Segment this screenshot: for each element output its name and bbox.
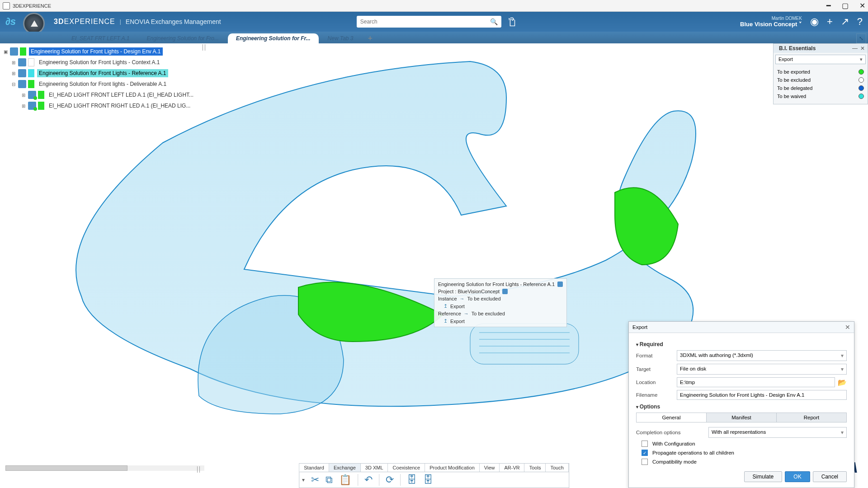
compat-checkbox[interactable]	[642, 459, 648, 465]
option-tab-general[interactable]: General	[637, 413, 707, 422]
tab-3[interactable]: New Tab 3	[320, 33, 362, 43]
main-viewport[interactable]: ▣ Engineering Solution for Front Lights …	[0, 43, 868, 488]
target-label: Target	[636, 366, 677, 372]
status-indicator	[38, 102, 44, 110]
filename-field[interactable]: Engineering Solution for Front Lights - …	[677, 390, 847, 400]
close-panel-icon[interactable]: ✕	[860, 45, 865, 52]
undo-icon[interactable]: ↶	[364, 474, 373, 486]
browse-folder-icon[interactable]: 📂	[838, 378, 847, 387]
section-required[interactable]: Required	[636, 341, 847, 347]
simulate-button[interactable]: Simulate	[744, 471, 783, 482]
export-link[interactable]: Export	[450, 319, 465, 324]
search-box[interactable]: 🔍	[357, 16, 501, 28]
status-indicator	[38, 91, 44, 99]
tab-add-button[interactable]: +	[363, 34, 378, 43]
tree-label[interactable]: Engineering Solution for Front lights - …	[37, 80, 168, 88]
compass-button[interactable]	[23, 13, 45, 34]
toolbar-tab-touch[interactable]: Touch	[546, 464, 568, 472]
toolbar-tab-tools[interactable]: Tools	[525, 464, 546, 472]
toolbar-tab-exchange[interactable]: Exchange	[329, 464, 361, 472]
cancel-button[interactable]: Cancel	[813, 471, 847, 482]
search-input[interactable]	[360, 19, 490, 25]
toolbar-tab-view[interactable]: View	[480, 464, 500, 472]
refresh-icon[interactable]: ⟳	[386, 474, 394, 486]
format-combo[interactable]: 3DXML with authoring (*.3dxml)▾	[677, 350, 847, 361]
node-icon	[28, 91, 36, 99]
share-icon[interactable]: ↗	[841, 16, 849, 28]
bi-mode-combo[interactable]: Export▾	[775, 55, 866, 64]
feature-tree[interactable]: ▣ Engineering Solution for Front Lights …	[3, 46, 202, 111]
export-icon[interactable]: ↥	[443, 318, 448, 324]
selection-annotation: Engineering Solution for Front Lights - …	[434, 278, 567, 327]
maximize-button[interactable]: ▢	[842, 1, 849, 10]
tree-row[interactable]: ⊞ Engineering Solution for Front Lights …	[3, 68, 202, 79]
tree-label[interactable]: EI_HEAD LIGHT FRONT RIGHT LED A.1 (EI_HE…	[47, 102, 192, 110]
expander-icon[interactable]: ⊞	[11, 71, 16, 76]
legend-dot-icon	[859, 85, 864, 91]
legend-row: To be excluded	[777, 76, 864, 84]
tag-icon[interactable]: 🏷	[506, 17, 518, 27]
tree-label[interactable]: Engineering Solution for Front Lights - …	[29, 47, 163, 56]
location-field[interactable]: E:\tmp	[677, 377, 835, 387]
toolbar-tab-3dxml[interactable]: 3D XML	[361, 464, 388, 472]
menu-caret-icon[interactable]: ▾	[302, 477, 305, 483]
paste-icon[interactable]: 📋	[339, 474, 351, 486]
toolbar-tab-coexistence[interactable]: Coexistence	[388, 464, 425, 472]
option-tab-report[interactable]: Report	[777, 413, 846, 422]
toolbar-tab-standard[interactable]: Standard	[299, 464, 329, 472]
toolbar-tab-arvr[interactable]: AR-VR	[500, 464, 524, 472]
cube-icon	[557, 282, 563, 287]
compat-label: Compatibility mode	[652, 459, 697, 465]
expander-icon[interactable]: ⊞	[21, 103, 26, 108]
user-icon[interactable]: ◉	[810, 16, 819, 28]
tree-label[interactable]: Engineering Solution for Front Lights - …	[37, 69, 168, 77]
expand-icon[interactable]: ⤡	[856, 33, 866, 43]
product-name: 3DEXPERIENCE	[54, 18, 115, 26]
close-button[interactable]: ✕	[859, 1, 865, 10]
with-config-checkbox[interactable]	[642, 441, 648, 447]
minimize-button[interactable]: ━	[826, 1, 831, 10]
export-icon[interactable]: ↥	[443, 303, 448, 309]
export-dialog: Export ✕ Required Format 3DXML with auth…	[628, 321, 854, 488]
minimize-panel-icon[interactable]: —	[852, 45, 858, 52]
tree-row[interactable]: ▣ Engineering Solution for Front Lights …	[3, 46, 202, 57]
splitter-handle[interactable]	[197, 466, 200, 473]
expander-icon[interactable]: ▣	[3, 49, 8, 54]
tree-row[interactable]: ⊞ EI_HEAD LIGHT FRONT RIGHT LED A.1 (EI_…	[3, 100, 202, 111]
column-resize-handle[interactable]	[203, 44, 205, 51]
tree-row[interactable]: ⊟ Engineering Solution for Front lights …	[3, 79, 202, 89]
copy-icon[interactable]: ⧉	[326, 474, 333, 486]
with-config-label: With Configuration	[652, 441, 695, 446]
dialog-close-button[interactable]: ✕	[845, 324, 850, 331]
propagate-label: Propagate operations to all children	[652, 450, 734, 455]
tab-0[interactable]: EI_SEAT FRT LEFT A.1	[63, 33, 137, 43]
tree-label[interactable]: EI_HEAD LIGHT FRONT LEFT LED A.1 (EI_HEA…	[47, 91, 195, 99]
status-indicator	[28, 69, 34, 77]
tree-scrollbar[interactable]	[5, 465, 204, 471]
search-icon[interactable]: 🔍	[490, 18, 498, 25]
expander-icon[interactable]: ⊟	[11, 82, 16, 87]
database-icon[interactable]: 🗄	[407, 474, 417, 486]
help-icon[interactable]: ?	[857, 16, 863, 28]
target-combo[interactable]: File on disk▾	[677, 364, 847, 375]
expander-icon[interactable]: ⊞	[21, 93, 26, 98]
scrollbar-thumb[interactable]	[5, 465, 127, 471]
toolbar-tab-product-mod[interactable]: Product Modification	[425, 464, 480, 472]
brand-divider: |	[120, 19, 121, 25]
tree-label[interactable]: Engineering Solution for Front Lights - …	[37, 58, 162, 66]
tree-row[interactable]: ⊞ Engineering Solution for Front Lights …	[3, 57, 202, 68]
cut-icon[interactable]: ✂	[311, 474, 319, 486]
database-refresh-icon[interactable]: 🗄	[423, 474, 433, 486]
ok-button[interactable]: OK	[785, 471, 810, 482]
add-icon[interactable]: +	[827, 16, 833, 28]
tab-1[interactable]: Engineering Solution for Fro...	[138, 33, 226, 43]
completion-combo[interactable]: With all representations▾	[708, 427, 847, 438]
tab-2[interactable]: Engineering Solution for Fr...	[228, 33, 319, 43]
option-tab-manifest[interactable]: Manifest	[707, 413, 777, 422]
export-link[interactable]: Export	[450, 304, 465, 309]
tree-row[interactable]: ⊞ EI_HEAD LIGHT FRONT LEFT LED A.1 (EI_H…	[3, 89, 202, 100]
expander-icon[interactable]: ⊞	[11, 60, 16, 65]
user-menu[interactable]: Martin DOMEK Blue Vision Concept ˅	[740, 16, 802, 28]
propagate-checkbox[interactable]: ✓	[642, 450, 648, 456]
section-options[interactable]: Options	[636, 404, 847, 410]
